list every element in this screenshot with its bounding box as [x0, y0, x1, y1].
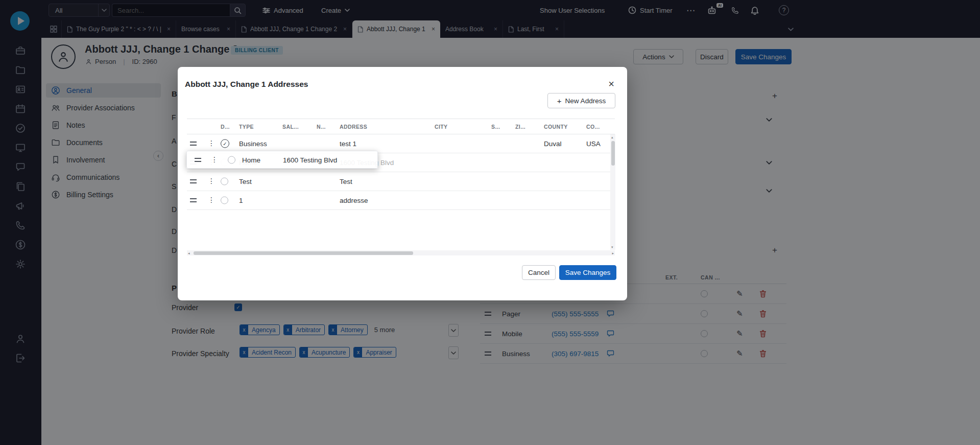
col-country: CO... — [586, 124, 600, 130]
addresses-table-header: D... TYPE SAL... N... ADDRESS CITY S... … — [187, 119, 615, 134]
modal-save-changes-button[interactable]: Save Changes — [559, 265, 616, 280]
cancel-button[interactable]: Cancel — [522, 265, 556, 280]
scrollbar-thumb[interactable] — [611, 141, 615, 166]
col-salutation: SAL... — [282, 124, 299, 130]
col-city: CITY — [435, 124, 448, 130]
col-name: N... — [317, 124, 326, 130]
col-state: S... — [491, 124, 500, 130]
new-address-button[interactable]: + New Address — [547, 93, 615, 108]
col-county: COUNTY — [544, 124, 568, 130]
addresses-modal: Abbott JJJ, Change 1 Addresses × + New A… — [178, 67, 627, 300]
address-row: ⋮ Test Test — [187, 172, 615, 191]
col-type: TYPE — [239, 124, 254, 130]
dragged-address-row[interactable]: ⋮ Home 1600 Testing Blvd — [186, 151, 378, 169]
col-zip: ZI... — [515, 124, 525, 130]
scroll-down-icon[interactable]: ▾ — [611, 245, 613, 249]
vertical-scrollbar[interactable]: ▴ ▾ — [610, 134, 615, 250]
kebab-menu-icon: ⋮ — [211, 156, 218, 163]
addresses-table: D... TYPE SAL... N... ADDRESS CITY S... … — [187, 119, 615, 255]
kebab-menu-icon[interactable]: ⋮ — [208, 178, 215, 185]
scroll-left-icon[interactable]: ◂ — [188, 251, 190, 255]
drag-handle-icon[interactable] — [190, 198, 197, 202]
scrollbar-thumb[interactable] — [194, 251, 413, 255]
drag-handle-icon[interactable] — [190, 142, 197, 146]
radio-button — [228, 156, 235, 163]
scroll-up-icon[interactable]: ▴ — [611, 135, 613, 139]
scroll-right-icon[interactable]: ▸ — [612, 251, 614, 255]
col-address: ADDRESS — [340, 124, 367, 130]
close-icon[interactable]: × — [605, 77, 618, 90]
drag-handle-icon[interactable] — [195, 158, 201, 162]
radio-button[interactable] — [221, 197, 228, 204]
default-selected-icon[interactable]: ✓ — [221, 139, 229, 148]
kebab-menu-icon[interactable]: ⋮ — [208, 197, 215, 204]
modal-title: Abbott JJJ, Change 1 Addresses — [185, 80, 308, 89]
drag-handle-icon[interactable] — [190, 179, 197, 183]
radio-button[interactable] — [221, 178, 228, 185]
plus-icon: + — [557, 97, 562, 105]
horizontal-scrollbar[interactable]: ◂ ▸ — [187, 250, 615, 255]
col-default: D... — [221, 124, 230, 130]
address-row: ⋮ 1 addresse — [187, 191, 615, 210]
kebab-menu-icon[interactable]: ⋮ — [208, 140, 215, 147]
